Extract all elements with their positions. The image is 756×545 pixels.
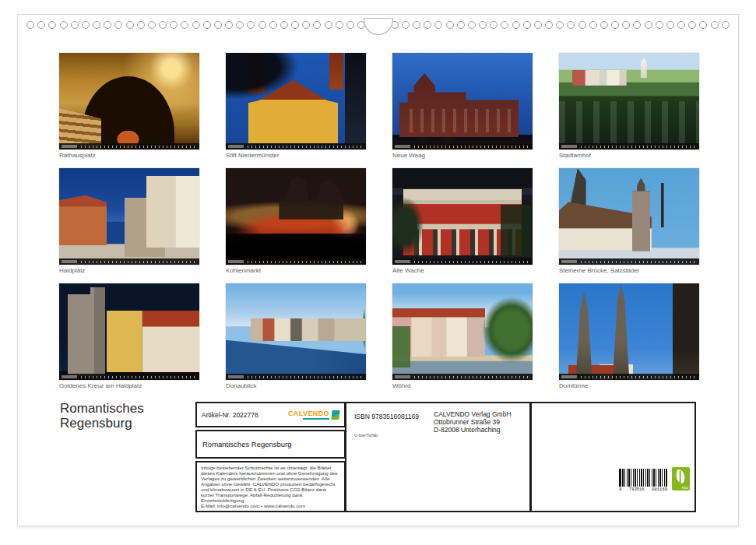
binding-hole (60, 21, 68, 29)
binding-hole (269, 21, 277, 29)
thumbnail-cell: Goldenes Kreuz am Haidplatz (59, 283, 199, 390)
calendar-back-page: Rathausplatz Stift Niedermünster Neue Wa… (17, 14, 739, 526)
barcode-digits-right: 081169 (652, 487, 667, 492)
binding-hole (214, 21, 222, 29)
legal-text: Infolge bestehender Schutzrechte ist es … (201, 465, 340, 503)
binding-hole (699, 21, 707, 29)
binding-hole (258, 21, 266, 29)
binding-hole (688, 21, 696, 29)
thumbnail-photo-goldenes-kreuz[interactable] (59, 283, 199, 380)
publisher-street: Ottobrunner Straße 39 (434, 418, 512, 426)
author-code: U boeTtchEr (354, 433, 378, 438)
calendar-title-box: Romantisches Regensburg (195, 430, 346, 459)
binding-hole (711, 21, 719, 29)
binding-hole (159, 21, 167, 29)
thumbnail-photo-donaublick[interactable] (226, 283, 366, 380)
binding-hole (325, 21, 332, 29)
thumbnail-caption: Donaublick (226, 382, 366, 390)
binding-hole (346, 21, 354, 29)
barcode-box: 9 783516 081169 eco (530, 402, 696, 512)
thumbnail-caption: Wöhrd (392, 382, 533, 390)
thumbnail-photo-kohlenmarkt[interactable] (226, 168, 366, 265)
binding-hole (479, 21, 487, 29)
calvendo-logo: CALVENDO (288, 410, 339, 420)
thumbnail-photo-steinerne-bruecke[interactable] (559, 168, 699, 265)
binding-hole (611, 21, 619, 29)
thumbnail-caption: Domtürme (559, 382, 699, 390)
contact-line: E-Mail: info@calvendo.com • www.calvendo… (201, 503, 340, 508)
mini-calendar-strip (226, 143, 366, 149)
page-title-line2: Regensburg (60, 416, 144, 431)
isbn: ISBN 9783516081169 (354, 413, 419, 420)
thumbnail-caption: Kohlenmarkt (226, 267, 366, 275)
binding-hole (457, 21, 465, 29)
binding-hole (280, 21, 288, 29)
mini-calendar-strip (392, 258, 533, 265)
mini-calendar-strip (59, 143, 199, 149)
binding-hole (545, 21, 553, 29)
barcode-bars (619, 469, 667, 487)
binding-hole (556, 21, 564, 29)
binding-hole (446, 21, 454, 29)
binding-hole (37, 21, 45, 29)
thumbnail-cell: Kohlenmarkt (226, 168, 366, 275)
calvendo-logo-text: CALVENDO (288, 410, 329, 417)
thumbnail-photo-alte-wache[interactable] (392, 168, 533, 265)
mini-calendar-strip (559, 374, 699, 380)
mini-calendar-strip (392, 374, 533, 380)
thumbnail-cell: Neue Waag (392, 53, 533, 160)
binding-hole (26, 21, 34, 29)
binding-hole (578, 21, 586, 29)
binding-hole (247, 21, 255, 29)
eco-logo: eco (672, 467, 690, 490)
binding-hole (633, 21, 641, 29)
thumbnail-cell: Rathausplatz (59, 53, 199, 160)
thumbnail-photo-woehrd[interactable] (392, 283, 533, 380)
binding-hole (82, 21, 90, 29)
thumbnail-photo-haidplatz[interactable] (59, 168, 199, 265)
binding-hole (567, 21, 575, 29)
thumbnail-caption: Rathausplatz (59, 152, 199, 160)
binding-hole (126, 21, 134, 29)
binding-hole (413, 21, 420, 29)
isbn-publisher-box: ISBN 9783516081169 CALVENDO Verlag GmbH … (345, 402, 531, 512)
thumbnail-cell: Domtürme (559, 283, 699, 390)
binding-hole (600, 21, 608, 29)
leaf-icon (674, 469, 687, 483)
binding-hole (181, 21, 188, 29)
thumbnail-photo-domtuerme[interactable] (559, 283, 699, 380)
thumbnail-cell: Wöhrd (392, 283, 533, 390)
barcode-digits-mid: 783516 (629, 487, 645, 492)
thumbnail-photo-stift-niedermuenster[interactable] (226, 53, 366, 149)
binding-hole (523, 21, 531, 29)
binding-hole (434, 21, 442, 29)
hanger-notch (364, 18, 393, 35)
thumbnail-photo-neue-waag[interactable] (392, 53, 533, 149)
thumbnail-caption: Steinerne Brücke, Salzstadel (559, 267, 699, 275)
binding-hole (203, 21, 211, 29)
binding-hole (148, 21, 156, 29)
binding-hole (114, 21, 122, 29)
mini-calendar-strip (59, 374, 199, 380)
binding-hole (291, 21, 299, 29)
binding-hole (313, 21, 321, 29)
thumbnail-cell: Stadtamhof (559, 53, 699, 160)
binding-hole (656, 21, 663, 29)
binding-hole (236, 21, 244, 29)
mini-calendar-strip (392, 143, 533, 149)
page-title-line1: Romantisches (60, 401, 144, 416)
thumbnail-cell: Haidplatz (59, 168, 199, 275)
thumbnail-caption: Neue Waag (392, 152, 533, 160)
binding-hole (137, 21, 145, 29)
thumbnail-photo-stadtamhof[interactable] (559, 53, 699, 149)
thumbnail-photo-rathausplatz[interactable] (59, 53, 199, 149)
article-number-box: Artikel-Nr. 2022778 CALVENDO (195, 402, 346, 427)
thumbnail-cell: Alte Wache (392, 168, 533, 275)
thumbnail-caption: Stift Niedermünster (226, 152, 366, 160)
binding-hole (468, 21, 476, 29)
binding-hole (192, 21, 200, 29)
barcode-digit-left: 9 (619, 487, 621, 492)
calvendo-logo-icon (331, 410, 339, 420)
publisher-address: CALVENDO Verlag GmbH Ottobrunner Straße … (434, 410, 512, 434)
thumbnail-cell: Steinerne Brücke, Salzstadel (559, 168, 699, 275)
